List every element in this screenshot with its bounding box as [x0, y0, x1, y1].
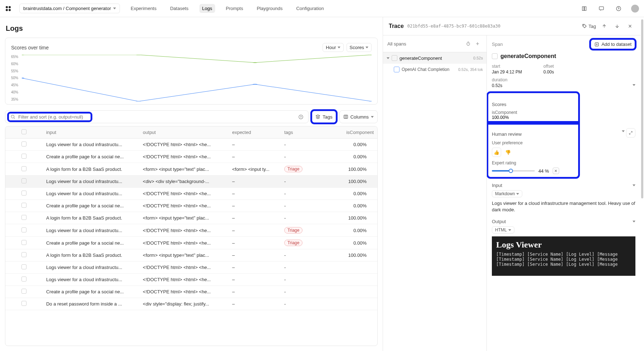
row-checkbox[interactable] — [21, 289, 26, 294]
detail-column: Span Add to dataset generateComponent st… — [487, 35, 640, 351]
expand-icon[interactable] — [626, 128, 635, 138]
table-row[interactable]: Logs viewer for a cloud infrastructu...<… — [5, 188, 377, 200]
row-checkbox[interactable] — [21, 252, 26, 257]
metric-select[interactable]: Scores — [347, 43, 372, 52]
table-row[interactable]: A login form for a B2B SaaS product.<for… — [5, 163, 377, 176]
table-row[interactable]: Create a profile page for a social ne...… — [5, 200, 377, 212]
table-row[interactable]: Create a profile page for a social ne...… — [5, 286, 377, 298]
span-row[interactable]: generateComponent0.52s — [383, 52, 486, 64]
table-row[interactable]: Create a profile page for a social ne...… — [5, 237, 377, 249]
help-filter-icon[interactable] — [296, 112, 305, 121]
chevron-down-icon[interactable] — [633, 221, 635, 222]
row-checkbox[interactable] — [21, 277, 26, 282]
columns-icon — [343, 114, 348, 119]
nav-tabs: ExperimentsDatasetsLogsPromptsPlayground… — [128, 4, 327, 13]
row-checkbox[interactable] — [21, 141, 26, 146]
start-label: start — [492, 64, 522, 69]
nav-tab-prompts[interactable]: Prompts — [223, 4, 246, 13]
col-output[interactable]: output — [139, 126, 228, 139]
row-checkbox[interactable] — [21, 154, 26, 159]
trace-tag-button[interactable]: Tag — [582, 24, 596, 29]
row-checkbox[interactable] — [21, 301, 26, 306]
select-all-checkbox[interactable] — [21, 129, 26, 134]
prev-trace-icon[interactable] — [600, 21, 609, 31]
expert-rating-label: Expert rating — [492, 160, 575, 165]
book-icon[interactable] — [580, 4, 589, 13]
row-checkbox[interactable] — [21, 215, 26, 220]
chevron-down-icon — [365, 47, 368, 48]
row-checkbox[interactable] — [21, 264, 26, 269]
nav-tab-playgrounds[interactable]: Playgrounds — [254, 4, 285, 13]
col-isComponent[interactable]: isComponent — [325, 126, 377, 139]
table-row[interactable]: A login form for a B2B SaaS product.<for… — [5, 212, 377, 224]
chevron-down-icon[interactable] — [622, 130, 625, 132]
expert-rating-slider[interactable] — [492, 170, 535, 172]
input-text: Logs viewer for a cloud infrastructure m… — [492, 200, 635, 213]
duration-value: 0.52s — [492, 83, 507, 88]
table-row[interactable]: A login form for a B2B SaaS product.<for… — [5, 249, 377, 261]
table-row[interactable]: Create a profile page for a social ne...… — [5, 151, 377, 163]
add-dataset-label: Add to dataset — [601, 42, 631, 47]
output-format: HTML — [495, 227, 507, 232]
columns-button[interactable]: Columns — [339, 110, 378, 123]
chat-icon[interactable] — [597, 4, 606, 13]
topbar: braintrustdata.com / Component generator… — [0, 0, 644, 17]
table-row[interactable]: Do a reset password form inside a ...<di… — [5, 298, 377, 310]
col-input[interactable]: input — [43, 126, 139, 139]
output-preview-title: Logs Viewer — [496, 240, 631, 250]
app-logo — [5, 5, 11, 12]
offset-label: offset — [543, 64, 554, 69]
span-row[interactable]: OpenAI Chat Completion0.52s, 354 tok — [383, 64, 486, 75]
nav-tab-logs[interactable]: Logs — [199, 4, 215, 13]
close-icon[interactable] — [625, 21, 635, 31]
table-row[interactable]: Logs viewer for a cloud infrastructu...<… — [5, 224, 377, 237]
output-preview: Logs Viewer [Timestamp] [Service Name] [… — [492, 236, 635, 276]
columns-label: Columns — [350, 114, 369, 120]
svg-point-10 — [22, 78, 24, 78]
tags-label: Tags — [323, 114, 332, 120]
row-checkbox[interactable] — [21, 240, 26, 245]
clear-rating-button[interactable]: ✕ — [553, 168, 559, 174]
chart-plot — [22, 55, 372, 101]
scrollbar[interactable] — [640, 17, 644, 351]
row-checkbox[interactable] — [21, 166, 26, 171]
span-label: Span — [492, 42, 503, 47]
table-row[interactable]: Logs viewer for a cloud infrastructu...<… — [5, 139, 377, 151]
row-checkbox[interactable] — [21, 203, 26, 208]
granularity-select[interactable]: Hour — [323, 43, 343, 52]
col-expected[interactable]: expected — [228, 126, 280, 139]
chevron-down-icon[interactable] — [633, 184, 635, 186]
nav-tab-configuration[interactable]: Configuration — [293, 4, 326, 13]
tag-icon — [582, 24, 587, 29]
add-span-icon[interactable] — [473, 39, 482, 48]
col-tags[interactable]: tags — [281, 126, 325, 139]
help-icon[interactable] — [614, 4, 623, 13]
row-checkbox[interactable] — [21, 178, 26, 183]
tags-button[interactable]: Tags — [311, 110, 336, 123]
timer-icon[interactable] — [464, 39, 473, 48]
row-checkbox[interactable] — [21, 191, 26, 196]
add-to-dataset-button[interactable]: Add to dataset — [590, 39, 635, 49]
tag-label: Tag — [589, 24, 596, 29]
next-trace-icon[interactable] — [612, 21, 622, 31]
chevron-down-icon — [338, 47, 340, 48]
project-name: braintrustdata.com / Component generator — [23, 6, 111, 11]
thumbs-down-button[interactable]: 👎 — [503, 148, 513, 157]
nav-tab-datasets[interactable]: Datasets — [167, 4, 191, 13]
table-row[interactable]: Logs viewer for a cloud infrastructu...<… — [5, 176, 377, 188]
thumbs-up-button[interactable]: 👍 — [492, 148, 501, 157]
chevron-down-icon[interactable] — [633, 84, 635, 86]
table-row[interactable]: Logs viewer for a cloud infrastructu...<… — [5, 261, 377, 274]
nav-tab-experiments[interactable]: Experiments — [128, 4, 159, 13]
chart-card: Scores over time Hour Scores 65%60%55%50… — [5, 38, 378, 105]
output-format-select[interactable]: HTML — [492, 226, 514, 234]
human-review-section: Human review User preference 👍 👎 Expert … — [488, 123, 578, 177]
spans-column: All spans generateComponent0.52sOpenAI C… — [383, 35, 487, 351]
avatar[interactable] — [631, 5, 639, 13]
row-checkbox[interactable] — [21, 227, 26, 232]
table-row[interactable]: Logs viewer for a cloud infrastructu...<… — [5, 274, 377, 286]
input-format-select[interactable]: Markdown — [492, 190, 522, 197]
project-selector[interactable]: braintrustdata.com / Component generator — [19, 4, 120, 13]
search-icon — [10, 114, 15, 119]
filter-input[interactable] — [18, 114, 89, 120]
